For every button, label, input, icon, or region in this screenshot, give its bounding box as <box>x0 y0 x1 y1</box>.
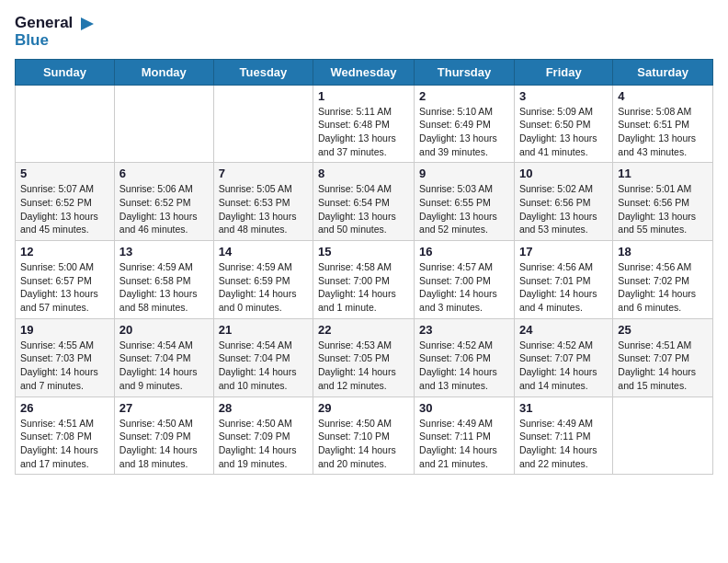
calendar-cell: 16Sunrise: 4:57 AM Sunset: 7:00 PM Dayli… <box>415 241 515 319</box>
calendar-cell: 27Sunrise: 4:50 AM Sunset: 7:09 PM Dayli… <box>114 396 213 475</box>
calendar-table: SundayMondayTuesdayWednesdayThursdayFrid… <box>15 59 713 476</box>
calendar-cell: 4Sunrise: 5:08 AM Sunset: 6:51 PM Daylig… <box>613 85 713 163</box>
calendar-cell <box>213 85 313 163</box>
weekday-header-thursday: Thursday <box>415 59 515 85</box>
logo-flag-icon <box>79 16 96 32</box>
day-info: Sunrise: 5:02 AM Sunset: 6:56 PM Dayligh… <box>519 182 608 236</box>
day-info: Sunrise: 4:49 AM Sunset: 7:11 PM Dayligh… <box>519 417 608 471</box>
calendar-week-4: 19Sunrise: 4:55 AM Sunset: 7:03 PM Dayli… <box>16 318 713 396</box>
day-info: Sunrise: 4:50 AM Sunset: 7:09 PM Dayligh… <box>119 417 209 471</box>
calendar-cell: 7Sunrise: 5:05 AM Sunset: 6:53 PM Daylig… <box>213 163 313 241</box>
calendar-cell: 13Sunrise: 4:59 AM Sunset: 6:58 PM Dayli… <box>114 241 213 319</box>
calendar-cell: 12Sunrise: 5:00 AM Sunset: 6:57 PM Dayli… <box>16 241 115 319</box>
day-info: Sunrise: 4:59 AM Sunset: 6:59 PM Dayligh… <box>219 260 308 315</box>
calendar-cell: 14Sunrise: 4:59 AM Sunset: 6:59 PM Dayli… <box>213 241 313 319</box>
day-info: Sunrise: 5:05 AM Sunset: 6:53 PM Dayligh… <box>219 182 308 236</box>
calendar-cell: 20Sunrise: 4:54 AM Sunset: 7:04 PM Dayli… <box>114 318 213 396</box>
day-number: 27 <box>119 401 209 415</box>
day-number: 2 <box>419 89 509 103</box>
day-info: Sunrise: 4:57 AM Sunset: 7:00 PM Dayligh… <box>419 260 509 315</box>
calendar-cell: 21Sunrise: 4:54 AM Sunset: 7:04 PM Dayli… <box>213 318 313 396</box>
weekday-header-monday: Monday <box>114 59 213 85</box>
day-number: 11 <box>618 167 708 180</box>
day-info: Sunrise: 5:08 AM Sunset: 6:51 PM Dayligh… <box>618 105 708 159</box>
day-info: Sunrise: 5:00 AM Sunset: 6:57 PM Dayligh… <box>20 260 109 315</box>
day-number: 7 <box>219 167 308 180</box>
day-info: Sunrise: 5:03 AM Sunset: 6:55 PM Dayligh… <box>419 182 509 236</box>
calendar-cell: 28Sunrise: 4:50 AM Sunset: 7:09 PM Dayli… <box>213 396 313 475</box>
calendar-body: 1Sunrise: 5:11 AM Sunset: 6:48 PM Daylig… <box>16 85 713 475</box>
day-number: 5 <box>20 167 109 180</box>
day-info: Sunrise: 4:56 AM Sunset: 7:02 PM Dayligh… <box>618 260 708 315</box>
day-number: 4 <box>618 89 708 103</box>
day-info: Sunrise: 4:50 AM Sunset: 7:09 PM Dayligh… <box>219 417 308 471</box>
day-number: 26 <box>20 401 109 415</box>
day-number: 31 <box>519 401 608 415</box>
day-number: 25 <box>618 323 708 337</box>
calendar-cell: 6Sunrise: 5:06 AM Sunset: 6:52 PM Daylig… <box>114 163 213 241</box>
svg-marker-0 <box>81 17 94 30</box>
day-info: Sunrise: 4:49 AM Sunset: 7:11 PM Dayligh… <box>419 417 509 471</box>
calendar-cell: 17Sunrise: 4:56 AM Sunset: 7:01 PM Dayli… <box>514 241 612 319</box>
calendar-cell: 26Sunrise: 4:51 AM Sunset: 7:08 PM Dayli… <box>16 396 115 475</box>
day-number: 6 <box>119 167 209 180</box>
calendar-cell: 8Sunrise: 5:04 AM Sunset: 6:54 PM Daylig… <box>313 163 415 241</box>
day-number: 15 <box>318 245 409 259</box>
day-number: 3 <box>519 89 608 103</box>
day-info: Sunrise: 4:52 AM Sunset: 7:07 PM Dayligh… <box>519 339 608 393</box>
calendar-cell: 30Sunrise: 4:49 AM Sunset: 7:11 PM Dayli… <box>415 396 515 475</box>
calendar-cell: 9Sunrise: 5:03 AM Sunset: 6:55 PM Daylig… <box>415 163 515 241</box>
day-number: 12 <box>20 245 109 259</box>
calendar-header: SundayMondayTuesdayWednesdayThursdayFrid… <box>16 59 713 85</box>
day-number: 10 <box>519 167 608 180</box>
weekday-header-saturday: Saturday <box>613 59 713 85</box>
calendar-cell: 23Sunrise: 4:52 AM Sunset: 7:06 PM Dayli… <box>415 318 515 396</box>
day-number: 21 <box>219 323 308 337</box>
day-info: Sunrise: 4:51 AM Sunset: 7:08 PM Dayligh… <box>20 417 109 471</box>
day-info: Sunrise: 5:11 AM Sunset: 6:48 PM Dayligh… <box>318 105 409 159</box>
calendar-cell <box>16 85 115 163</box>
calendar-cell <box>114 85 213 163</box>
day-number: 17 <box>519 245 608 259</box>
day-number: 20 <box>119 323 209 337</box>
day-info: Sunrise: 5:09 AM Sunset: 6:50 PM Dayligh… <box>519 105 608 159</box>
calendar-cell: 29Sunrise: 4:50 AM Sunset: 7:10 PM Dayli… <box>313 396 415 475</box>
day-info: Sunrise: 4:54 AM Sunset: 7:04 PM Dayligh… <box>119 339 209 393</box>
day-info: Sunrise: 4:52 AM Sunset: 7:06 PM Dayligh… <box>419 339 509 393</box>
day-info: Sunrise: 4:59 AM Sunset: 6:58 PM Dayligh… <box>119 260 209 315</box>
weekday-header-sunday: Sunday <box>16 59 115 85</box>
day-info: Sunrise: 5:06 AM Sunset: 6:52 PM Dayligh… <box>119 182 209 236</box>
logo-text: General Blue <box>15 15 96 48</box>
day-number: 9 <box>419 167 509 180</box>
day-info: Sunrise: 4:55 AM Sunset: 7:03 PM Dayligh… <box>20 339 109 393</box>
day-number: 19 <box>20 323 109 337</box>
calendar-cell: 10Sunrise: 5:02 AM Sunset: 6:56 PM Dayli… <box>514 163 612 241</box>
calendar-cell: 5Sunrise: 5:07 AM Sunset: 6:52 PM Daylig… <box>16 163 115 241</box>
calendar-cell: 11Sunrise: 5:01 AM Sunset: 6:56 PM Dayli… <box>613 163 713 241</box>
calendar-cell: 2Sunrise: 5:10 AM Sunset: 6:49 PM Daylig… <box>415 85 515 163</box>
day-number: 13 <box>119 245 209 259</box>
day-info: Sunrise: 5:04 AM Sunset: 6:54 PM Dayligh… <box>318 182 409 236</box>
day-info: Sunrise: 5:01 AM Sunset: 6:56 PM Dayligh… <box>618 182 708 236</box>
day-info: Sunrise: 4:54 AM Sunset: 7:04 PM Dayligh… <box>219 339 308 393</box>
logo: General Blue <box>15 15 96 48</box>
day-info: Sunrise: 4:51 AM Sunset: 7:07 PM Dayligh… <box>618 339 708 393</box>
calendar-week-5: 26Sunrise: 4:51 AM Sunset: 7:08 PM Dayli… <box>16 396 713 475</box>
weekday-header-friday: Friday <box>514 59 612 85</box>
day-number: 18 <box>618 245 708 259</box>
calendar-week-2: 5Sunrise: 5:07 AM Sunset: 6:52 PM Daylig… <box>16 163 713 241</box>
day-number: 23 <box>419 323 509 337</box>
calendar-cell: 19Sunrise: 4:55 AM Sunset: 7:03 PM Dayli… <box>16 318 115 396</box>
day-number: 14 <box>219 245 308 259</box>
day-info: Sunrise: 5:07 AM Sunset: 6:52 PM Dayligh… <box>20 182 109 236</box>
page-header: General Blue <box>15 15 713 48</box>
calendar-cell: 24Sunrise: 4:52 AM Sunset: 7:07 PM Dayli… <box>514 318 612 396</box>
day-info: Sunrise: 4:50 AM Sunset: 7:10 PM Dayligh… <box>318 417 409 471</box>
calendar-cell: 15Sunrise: 4:58 AM Sunset: 7:00 PM Dayli… <box>313 241 415 319</box>
day-info: Sunrise: 4:56 AM Sunset: 7:01 PM Dayligh… <box>519 260 608 315</box>
weekday-header-wednesday: Wednesday <box>313 59 415 85</box>
day-number: 16 <box>419 245 509 259</box>
day-number: 22 <box>318 323 409 337</box>
calendar-cell: 31Sunrise: 4:49 AM Sunset: 7:11 PM Dayli… <box>514 396 612 475</box>
day-number: 30 <box>419 401 509 415</box>
